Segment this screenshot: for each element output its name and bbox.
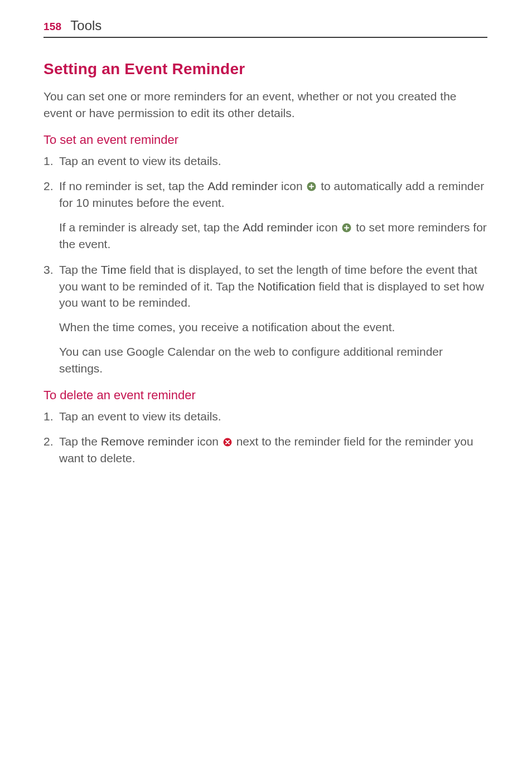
- step-subparagraph: If a reminder is already set, tap the Ad…: [59, 219, 487, 253]
- section-label: Tools: [70, 18, 101, 33]
- step: Tap an event to view its details.: [43, 408, 487, 425]
- step-text: icon: [278, 180, 306, 192]
- step-text: Tap an event to view its details.: [59, 154, 221, 167]
- step-text: If a reminder is already set, tap the: [59, 221, 243, 234]
- step: Tap an event to view its details.: [43, 153, 487, 170]
- ui-label-add-reminder: Add reminder: [243, 221, 313, 234]
- svg-rect-2: [309, 186, 314, 187]
- steps-set-reminder: Tap an event to view its details. If no …: [43, 153, 487, 377]
- step-text: icon: [313, 221, 341, 234]
- intro-paragraph: You can set one or more reminders for an…: [43, 88, 487, 122]
- steps-delete-reminder: Tap an event to view its details. Tap th…: [43, 408, 487, 467]
- step-text: Tap the: [59, 435, 101, 448]
- step-text: Tap the: [59, 263, 101, 276]
- ui-label-notification: Notification: [258, 280, 316, 293]
- page-number: 158: [43, 21, 61, 33]
- subheading-delete-reminder: To delete an event reminder: [43, 388, 487, 403]
- step-subparagraph: You can use Google Calendar on the web t…: [59, 343, 487, 377]
- remove-reminder-icon: [223, 438, 232, 447]
- svg-rect-5: [344, 227, 349, 229]
- step: If no reminder is set, tap the Add remin…: [43, 178, 487, 252]
- step-text: Tap an event to view its details.: [59, 410, 221, 423]
- step-text: If no reminder is set, tap the: [59, 180, 207, 192]
- running-header: 158 Tools: [43, 18, 487, 38]
- step: Tap the Remove reminder icon next to the…: [43, 433, 487, 467]
- add-reminder-icon: [342, 223, 351, 233]
- ui-label-add-reminder: Add reminder: [207, 180, 278, 192]
- add-reminder-icon: [307, 182, 316, 191]
- step-subparagraph: When the time comes, you receive a notif…: [59, 319, 487, 336]
- step: Tap the Time field that is displayed, to…: [43, 262, 487, 377]
- page-title: Setting an Event Reminder: [43, 60, 487, 78]
- subheading-set-reminder: To set an event reminder: [43, 133, 487, 147]
- ui-label-time: Time: [101, 263, 127, 276]
- ui-label-remove-reminder: Remove reminder: [101, 435, 194, 448]
- manual-page: 158 Tools Setting an Event Reminder You …: [0, 0, 532, 498]
- step-text: icon: [194, 435, 222, 448]
